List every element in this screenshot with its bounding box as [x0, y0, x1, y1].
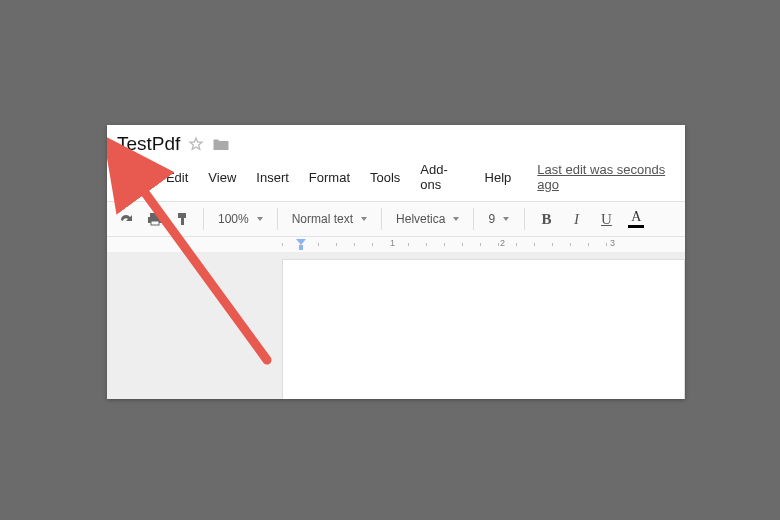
text-color-swatch: [628, 225, 644, 228]
ruler-tick: [516, 243, 517, 246]
ruler-number: 2: [500, 238, 505, 248]
toolbar-divider: [473, 208, 474, 230]
titlebar: TestPdf: [107, 125, 685, 157]
svg-rect-4: [178, 213, 186, 218]
svg-rect-1: [150, 213, 160, 217]
last-edit-link[interactable]: Last edit was seconds ago: [537, 162, 677, 192]
folder-icon[interactable]: [212, 136, 230, 152]
ruler-tick: [606, 243, 607, 246]
ruler[interactable]: 1 2 3: [107, 237, 685, 253]
redo-button[interactable]: [113, 206, 139, 232]
style-value: Normal text: [292, 212, 353, 226]
document-title[interactable]: TestPdf: [117, 133, 180, 155]
ruler-number: 1: [390, 238, 395, 248]
ruler-tick: [552, 243, 553, 246]
italic-button[interactable]: I: [563, 206, 589, 232]
print-button[interactable]: [143, 206, 167, 232]
svg-rect-3: [151, 221, 159, 225]
star-icon[interactable]: [188, 136, 204, 152]
chevron-down-icon: [503, 217, 509, 221]
ruler-tick: [336, 243, 337, 246]
ruler-tick: [570, 243, 571, 246]
menu-file[interactable]: File: [115, 167, 156, 188]
menu-edit[interactable]: Edit: [156, 167, 198, 188]
bold-button[interactable]: B: [533, 206, 559, 232]
ruler-tick: [408, 243, 409, 246]
toolbar-divider: [277, 208, 278, 230]
document-area: [107, 253, 685, 399]
menu-view[interactable]: View: [198, 167, 246, 188]
text-color-button[interactable]: A: [623, 206, 649, 232]
menubar: File Edit View Insert Format Tools Add-o…: [107, 157, 685, 201]
ruler-tick: [300, 243, 301, 246]
svg-marker-0: [190, 138, 202, 149]
indent-marker-icon[interactable]: [296, 239, 306, 253]
left-gutter: [107, 253, 282, 399]
underline-button[interactable]: U: [593, 206, 619, 232]
toolbar-divider: [381, 208, 382, 230]
menu-format[interactable]: Format: [299, 167, 360, 188]
ruler-tick: [372, 243, 373, 246]
ruler-tick: [498, 243, 499, 246]
menu-addons[interactable]: Add-ons: [410, 159, 474, 195]
zoom-dropdown[interactable]: 100%: [212, 206, 269, 232]
toolbar: 100% Normal text Helvetica 9 B I U A: [107, 201, 685, 237]
chevron-down-icon: [361, 217, 367, 221]
chevron-down-icon: [453, 217, 459, 221]
font-size-dropdown[interactable]: 9: [482, 206, 516, 232]
ruler-tick: [462, 243, 463, 246]
ruler-tick: [426, 243, 427, 246]
paint-format-button[interactable]: [171, 206, 195, 232]
docs-window: TestPdf File Edit View Insert Format Too…: [107, 125, 685, 399]
ruler-tick: [588, 243, 589, 246]
toolbar-divider: [203, 208, 204, 230]
svg-marker-6: [296, 239, 306, 245]
toolbar-divider: [524, 208, 525, 230]
paragraph-style-dropdown[interactable]: Normal text: [286, 206, 373, 232]
ruler-number: 3: [610, 238, 615, 248]
menu-help[interactable]: Help: [475, 167, 522, 188]
font-value: Helvetica: [396, 212, 445, 226]
document-page[interactable]: [282, 259, 685, 399]
ruler-tick: [480, 243, 481, 246]
menu-insert[interactable]: Insert: [246, 167, 299, 188]
ruler-tick: [282, 243, 283, 246]
menu-tools[interactable]: Tools: [360, 167, 410, 188]
ruler-tick: [354, 243, 355, 246]
font-dropdown[interactable]: Helvetica: [390, 206, 465, 232]
zoom-value: 100%: [218, 212, 249, 226]
svg-rect-5: [181, 218, 184, 225]
ruler-tick: [534, 243, 535, 246]
ruler-tick: [318, 243, 319, 246]
chevron-down-icon: [257, 217, 263, 221]
text-color-letter: A: [631, 210, 641, 224]
size-value: 9: [488, 212, 495, 226]
ruler-tick: [444, 243, 445, 246]
